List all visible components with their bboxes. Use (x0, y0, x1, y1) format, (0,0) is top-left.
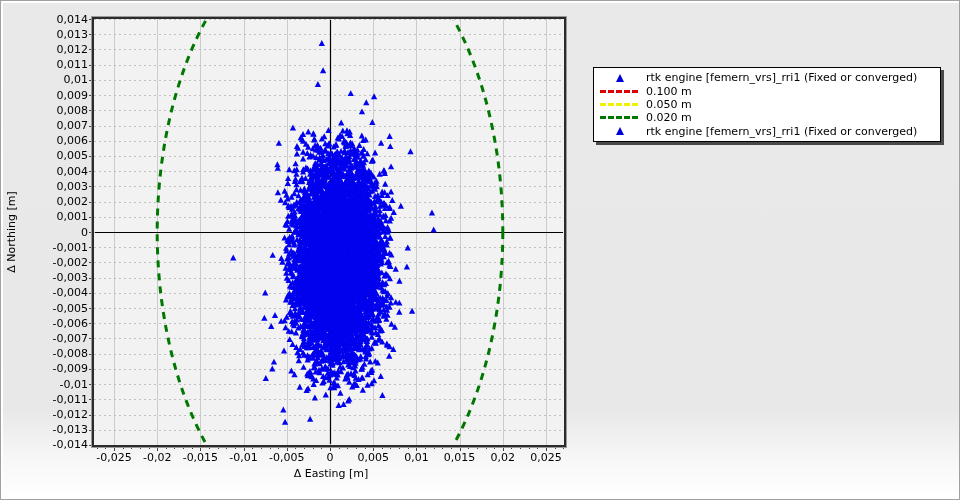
y-tick-label: -0,01 (36, 378, 88, 391)
y-tick-label: 0,005 (36, 149, 88, 162)
y-tick-label: -0,001 (36, 241, 88, 254)
y-tick-label: 0,004 (36, 165, 88, 178)
y-tick-label: 0,006 (36, 134, 88, 147)
legend-item-label: rtk engine [femern_vrs]_rri1 (Fixed or c… (646, 125, 917, 138)
y-tick-label: -0,008 (36, 347, 88, 360)
y-tick-label: -0,014 (36, 438, 88, 451)
y-tick-label: -0,012 (36, 408, 88, 421)
legend-item-label: 0.050 m (646, 98, 692, 111)
y-tick-label: -0,003 (36, 271, 88, 284)
y-tick-label: -0,009 (36, 362, 88, 375)
y-tick-label: 0,013 (36, 28, 88, 41)
legend-item-label: rtk engine [femern_vrs]_rri1 (Fixed or c… (646, 71, 917, 84)
y-tick-label: 0,009 (36, 89, 88, 102)
y-tick-label: 0,003 (36, 180, 88, 193)
legend-item-tolerance-100mm: 0.100 m (598, 84, 936, 97)
y-tick-label: 0,002 (36, 195, 88, 208)
legend-box: rtk engine [femern_vrs]_rri1 (Fixed or c… (593, 67, 941, 142)
y-tick-label: -0,007 (36, 332, 88, 345)
legend-item-label: 0.020 m (646, 111, 692, 124)
x-axis-title: Δ Easting [m] (241, 467, 421, 480)
y-tick-label: 0,012 (36, 43, 88, 56)
red-dashed-line-icon (598, 90, 642, 93)
y-tick-label: 0,008 (36, 104, 88, 117)
y-tick-label: 0,001 (36, 210, 88, 223)
yellow-dashed-line-icon (598, 103, 642, 106)
y-tick-label: 0,011 (36, 58, 88, 71)
y-tick-label: 0,007 (36, 119, 88, 132)
y-tick-label: -0,006 (36, 317, 88, 330)
legend-item-label: 0.100 m (646, 85, 692, 98)
y-tick-label: -0,002 (36, 256, 88, 269)
y-tick-label: 0,01 (36, 73, 88, 86)
legend-item-series-2: rtk engine [femern_vrs]_rri1 (Fixed or c… (598, 125, 936, 138)
rtk-scatter-figure: 0,0140,0130,0120,0110,010,0090,0080,0070… (0, 0, 960, 500)
y-tick-label: -0,011 (36, 393, 88, 406)
y-tick-label: -0,013 (36, 423, 88, 436)
x-tick-label: 0,025 (520, 451, 572, 464)
triangle-marker-icon (598, 127, 642, 135)
y-tick-label: -0,005 (36, 302, 88, 315)
y-tick-label: -0,004 (36, 286, 88, 299)
green-dashed-line-icon (598, 116, 642, 119)
y-tick-label: 0,014 (36, 13, 88, 26)
triangle-marker-icon (598, 74, 642, 82)
legend-item-series: rtk engine [femern_vrs]_rri1 (Fixed or c… (598, 71, 936, 84)
y-tick-label: 0 (36, 226, 88, 239)
legend-item-tolerance-50mm: 0.050 m (598, 98, 936, 111)
legend-item-tolerance-20mm: 0.020 m (598, 111, 936, 124)
y-axis-title: Δ Northing [m] (5, 191, 18, 273)
